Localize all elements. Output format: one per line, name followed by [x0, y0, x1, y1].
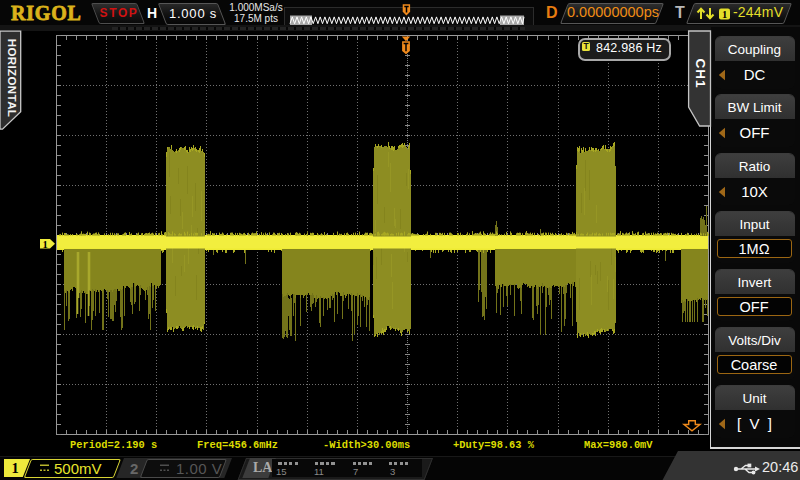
svg-text:1: 1	[722, 9, 727, 20]
svg-text:1: 1	[42, 239, 47, 250]
